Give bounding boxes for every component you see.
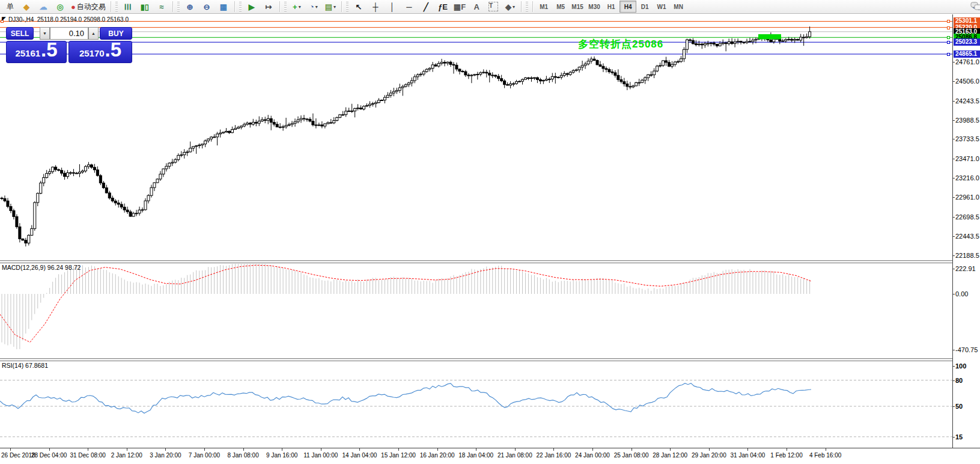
- time-axis-label: 25 Jan 08:00: [614, 452, 649, 459]
- price-axis-tick-mark: [952, 101, 955, 102]
- time-axis-label: 28 Dec 04:00: [31, 452, 67, 459]
- macd-axis-tick-mark: [952, 269, 955, 269]
- autotrade-button[interactable]: ●自动交易: [69, 0, 108, 13]
- sell-price-main: 25161: [15, 48, 40, 58]
- macd-histogram: [2, 264, 810, 349]
- zoom-out-icon[interactable]: ⊖: [199, 0, 215, 13]
- timeframe-m5[interactable]: M5: [552, 1, 569, 13]
- macd-axis-tick: 222.91: [955, 265, 976, 272]
- dropdown-arrow-icon[interactable]: ▾: [333, 4, 336, 10]
- time-axis-tick-mark: [10, 448, 11, 451]
- price-line-handle[interactable]: [947, 53, 950, 56]
- one-click-collapse-icon[interactable]: ◤: [2, 16, 6, 22]
- rsi-splitter[interactable]: [0, 358, 952, 361]
- time-axis-label: 9 Jan 16:00: [266, 452, 297, 459]
- time-axis-tick-mark: [437, 448, 438, 451]
- timeframe-m15[interactable]: M15: [569, 1, 586, 13]
- metaeditor-icon[interactable]: ◆: [19, 0, 34, 13]
- grid-icon[interactable]: ▦F: [452, 0, 467, 13]
- sell-button[interactable]: SELL: [6, 27, 34, 40]
- timeframe-w1[interactable]: W1: [653, 1, 670, 13]
- fibonacci-icon[interactable]: ƒE: [435, 0, 451, 13]
- timeframe-mn[interactable]: MN: [670, 1, 687, 13]
- macd-splitter[interactable]: [0, 260, 952, 263]
- rsi-axis-tick-mark: [952, 380, 955, 381]
- time-axis-label: 22 Jan 16:00: [536, 452, 571, 459]
- time-axis-border: [0, 448, 980, 448]
- chart-window: ◤ DJ30-,H4 25118.0 25194.0 25098.0 25163…: [0, 14, 980, 464]
- price-line-handle[interactable]: [947, 36, 950, 39]
- time-axis-tick-mark: [127, 448, 127, 451]
- grid-icon: ▦F: [454, 2, 466, 11]
- rsi-panel-canvas[interactable]: [0, 361, 952, 447]
- label-icon[interactable]: T: [485, 0, 501, 13]
- time-axis-tick-mark: [787, 448, 787, 451]
- price-axis-tick-mark: [952, 217, 955, 218]
- time-axis-tick-mark: [321, 448, 321, 451]
- buy-price-display[interactable]: 25170 .5: [68, 41, 132, 63]
- timeframe-m1[interactable]: M1: [535, 1, 552, 13]
- main-toolbar: 单◆☁◎●自动交易☰▮▯≈⊕⊖▦▶↦+▾◔▾▤▾↖┼│─╱ƒE▦FAT◆▾M1M…: [0, 0, 980, 14]
- volume-increase-button[interactable]: ▲: [88, 27, 99, 40]
- rsi-line: [0, 383, 811, 414]
- time-axis-label: 31 Jan 04:00: [730, 452, 765, 459]
- trading-terminal-window: 单◆☁◎●自动交易☰▮▯≈⊕⊖▦▶↦+▾◔▾▤▾↖┼│─╱ƒE▦FAT◆▾M1M…: [0, 0, 980, 464]
- vertical-line-icon: │: [390, 2, 395, 11]
- bars-chart-icon[interactable]: ☰: [120, 0, 136, 13]
- rsi-label: RSI(14) 67.8681: [2, 362, 48, 369]
- periods-icon: ◔: [309, 2, 314, 11]
- time-axis-tick-mark: [709, 448, 710, 451]
- ohlc-values: 25118.0 25194.0 25098.0 25163.0: [37, 16, 129, 23]
- price-axis-tick-mark: [952, 236, 955, 237]
- line-chart-icon: ≈: [159, 2, 163, 11]
- price-line-handle[interactable]: [947, 41, 950, 44]
- rsi-axis-tick: 15: [955, 433, 963, 441]
- add-indicator-icon[interactable]: +▾: [289, 0, 305, 13]
- price-axis-tick: 22698.5: [955, 213, 979, 221]
- zoom-in-icon[interactable]: ⊕: [182, 0, 198, 13]
- text-icon[interactable]: A: [469, 0, 484, 13]
- macd-panel-canvas[interactable]: [0, 263, 952, 358]
- periods-icon[interactable]: ◔▾: [306, 0, 321, 13]
- volume-input[interactable]: [50, 27, 88, 40]
- horizontal-line-icon[interactable]: ─: [401, 0, 417, 13]
- price-line-handle[interactable]: [947, 26, 950, 29]
- crosshair-icon: ┼: [373, 2, 378, 11]
- timeframe-m30[interactable]: M30: [586, 1, 603, 13]
- cursor-icon: ↖: [355, 2, 362, 11]
- tile-windows-icon[interactable]: ▦: [216, 0, 231, 13]
- toolbar-grip: [284, 2, 287, 11]
- signals-icon[interactable]: ◎: [52, 0, 68, 13]
- cursor-icon[interactable]: ↖: [351, 0, 367, 13]
- timeframe-h4[interactable]: H4: [619, 1, 636, 13]
- mql5-cloud-icon[interactable]: ☁: [35, 0, 51, 13]
- timeframe-d1[interactable]: D1: [636, 1, 653, 13]
- dropdown-arrow-icon[interactable]: ▾: [513, 4, 515, 10]
- buy-price-main: 25170: [79, 48, 105, 58]
- macd-axis-tick: -470.75: [955, 346, 978, 353]
- autotrade-button: ●: [71, 2, 76, 11]
- auto-scroll-icon[interactable]: ▶: [244, 0, 260, 13]
- price-axis-tick-mark: [952, 178, 955, 179]
- shapes-icon[interactable]: ◆▾: [502, 0, 518, 13]
- time-axis-tick-mark: [826, 448, 826, 451]
- dropdown-arrow-icon[interactable]: ▾: [315, 4, 318, 10]
- crosshair-icon[interactable]: ┼: [368, 0, 383, 13]
- volume-decrease-button[interactable]: ▼: [40, 27, 50, 40]
- price-axis-tick: 23471.0: [955, 155, 979, 162]
- buy-button[interactable]: BUY: [100, 27, 132, 40]
- new-order-button[interactable]: 单: [2, 0, 17, 13]
- vertical-line-icon[interactable]: │: [385, 0, 400, 13]
- timeframe-h1[interactable]: H1: [603, 1, 619, 13]
- candles-chart-icon[interactable]: ▮▯: [137, 0, 153, 13]
- horizontal-line-icon: ─: [406, 2, 412, 11]
- price-line-handle[interactable]: [947, 20, 950, 23]
- line-chart-icon[interactable]: ≈: [154, 0, 169, 13]
- sell-price-display[interactable]: 25161 .5: [6, 41, 67, 63]
- time-axis-tick-mark: [553, 448, 554, 451]
- templates-icon[interactable]: ▤▾: [323, 0, 338, 13]
- dropdown-arrow-icon[interactable]: ▾: [299, 4, 301, 10]
- trendline-icon[interactable]: ╱: [418, 0, 434, 13]
- chart-shift-icon[interactable]: ↦: [261, 0, 276, 13]
- price-chart-canvas[interactable]: [0, 15, 952, 260]
